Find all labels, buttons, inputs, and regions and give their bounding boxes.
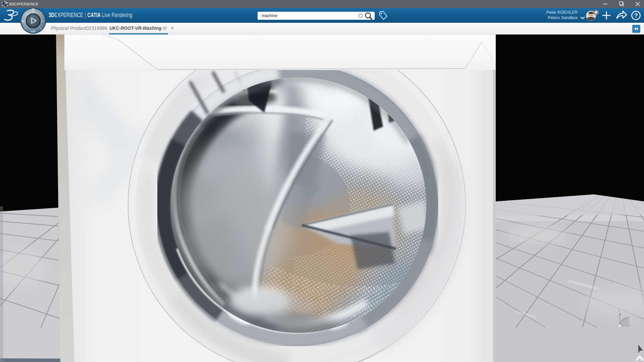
svg-text:z: z xyxy=(618,309,620,312)
svg-text:V.R: V.R xyxy=(31,30,35,33)
svg-text:?: ? xyxy=(634,12,638,19)
svg-text:3D: 3D xyxy=(21,20,25,23)
